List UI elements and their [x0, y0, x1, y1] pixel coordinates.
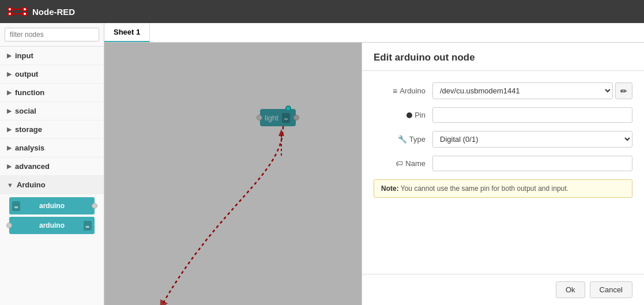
app-title: Node-RED — [32, 7, 75, 17]
sidebar-item-analysis[interactable]: ▶ analysis — [0, 139, 104, 157]
sidebar-item-storage[interactable]: ▶ storage — [0, 121, 104, 139]
svg-point-9 — [24, 13, 26, 15]
canvas: Sheet 1 — [104, 23, 644, 305]
sidebar-item-function[interactable]: ▶ function — [0, 84, 104, 102]
note-label: Note: — [381, 184, 399, 193]
pin-dot-icon — [406, 112, 412, 118]
modal-header: Edit arduino out node — [362, 43, 644, 71]
sidebar-item-social[interactable]: ▶ social — [0, 102, 104, 121]
main-layout: ▶ input ▶ output ▶ function ▶ social ▶ s… — [0, 23, 644, 305]
svg-point-6 — [9, 8, 11, 10]
node-label: arduino — [39, 202, 65, 210]
chevron-right-icon: ▶ — [7, 89, 12, 96]
type-label: 🔧 Type — [374, 135, 425, 144]
wrench-icon: 🔧 — [398, 135, 407, 144]
svg-point-8 — [24, 8, 26, 10]
svg-point-7 — [9, 13, 11, 15]
chevron-right-icon: ▶ — [7, 52, 12, 59]
sidebar-item-label: storage — [15, 125, 42, 134]
chevron-right-icon: ▶ — [7, 70, 12, 78]
arduino-edit-button[interactable]: ✏ — [615, 82, 632, 99]
note-box: Note: You cannot use the same pin for bo… — [374, 179, 632, 198]
tag-icon: 🏷 — [396, 159, 403, 168]
form-row-type: 🔧 Type Digital (0/1)AnalogPWMServo — [374, 131, 632, 148]
canvas-tabs: Sheet 1 — [104, 23, 644, 43]
list-icon: ≡ — [393, 86, 397, 96]
sidebar-item-label: analysis — [15, 144, 44, 152]
sidebar-section-arduino[interactable]: ▼ Arduino — [0, 176, 104, 194]
arduino-select-wrap: /dev/cu.usbmodem1441 ✏ — [432, 82, 632, 99]
tab-sheet1[interactable]: Sheet 1 — [104, 23, 150, 42]
sidebar-item-label: input — [15, 51, 33, 60]
sidebar-node-arduino-out[interactable]: ∞ arduino — [9, 197, 95, 214]
node-label: arduino — [39, 221, 65, 229]
sidebar-item-label: function — [15, 88, 44, 97]
modal-overlay: Edit arduino out node ≡ Arduino /dev/cu.… — [104, 43, 644, 305]
arduino-label: ≡ Arduino — [374, 86, 425, 96]
search-input[interactable] — [5, 28, 99, 42]
cancel-button[interactable]: Cancel — [590, 281, 632, 298]
sidebar-section-label: Arduino — [17, 180, 46, 189]
topbar-logo: Node-RED — [7, 5, 75, 18]
logo-icon — [7, 5, 28, 18]
topbar: Node-RED — [0, 0, 644, 23]
sidebar-item-advanced[interactable]: ▶ advanced — [0, 157, 104, 176]
pin-input[interactable]: 13 — [432, 107, 632, 123]
canvas-area[interactable]: light ∞ Edit arduino out node — [104, 43, 644, 305]
modal-edit-arduino: Edit arduino out node ≡ Arduino /dev/cu.… — [361, 43, 644, 305]
chevron-right-icon: ▶ — [7, 126, 12, 133]
sidebar-item-output[interactable]: ▶ output — [0, 65, 104, 84]
arduino-select[interactable]: /dev/cu.usbmodem1441 — [432, 82, 613, 99]
chevron-right-icon: ▶ — [7, 144, 12, 152]
ok-button[interactable]: Ok — [556, 281, 585, 298]
name-label: 🏷 Name — [374, 159, 425, 168]
chevron-right-icon: ▶ — [7, 107, 12, 115]
sidebar-item-label: output — [15, 70, 38, 78]
pin-label: Pin — [374, 111, 425, 119]
sidebar-search-wrapper — [0, 23, 104, 47]
sidebar-item-label: advanced — [15, 162, 50, 171]
modal-body: ≡ Arduino /dev/cu.usbmodem1441 ✏ — [362, 71, 644, 274]
name-input[interactable]: light — [432, 156, 632, 171]
sidebar-item-label: social — [15, 107, 36, 115]
note-text: You cannot use the same pin for both out… — [401, 184, 568, 193]
chevron-right-icon: ▶ — [7, 163, 12, 170]
form-row-arduino: ≡ Arduino /dev/cu.usbmodem1441 ✏ — [374, 82, 632, 99]
modal-title: Edit arduino out node — [374, 52, 632, 63]
sidebar: ▶ input ▶ output ▶ function ▶ social ▶ s… — [0, 23, 104, 305]
type-select[interactable]: Digital (0/1)AnalogPWMServo — [432, 131, 632, 148]
sidebar-item-input[interactable]: ▶ input — [0, 47, 104, 65]
chevron-down-icon: ▼ — [7, 182, 13, 189]
form-row-pin: Pin 13 — [374, 107, 632, 123]
form-row-name: 🏷 Name light — [374, 156, 632, 171]
sidebar-node-arduino-in[interactable]: arduino ∞ — [9, 217, 95, 234]
modal-footer: Ok Cancel — [362, 274, 644, 305]
